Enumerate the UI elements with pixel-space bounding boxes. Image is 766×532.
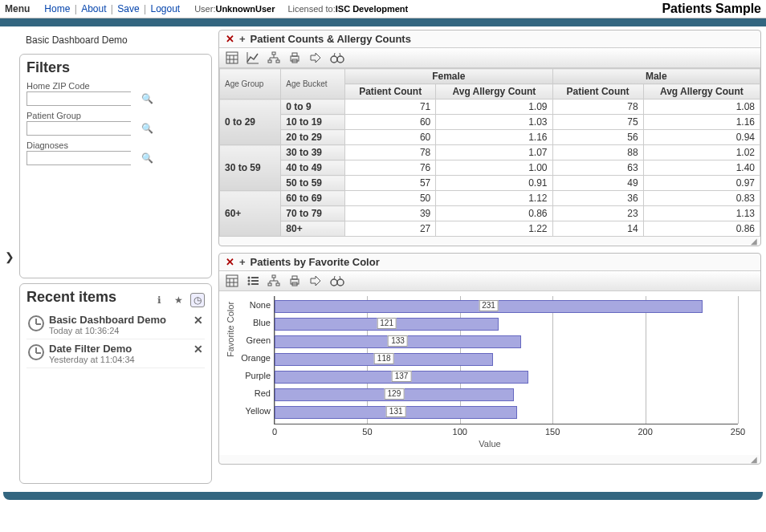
filter-input-wrap: 🔍: [26, 121, 131, 136]
export-icon[interactable]: [309, 274, 322, 287]
filter-input[interactable]: [27, 92, 141, 105]
pivot-table: Age GroupAge BucketFemaleMalePatient Cou…: [219, 68, 760, 237]
row-group-header[interactable]: 30 to 59: [220, 145, 281, 191]
filter-input[interactable]: [27, 152, 141, 164]
y-tick-label: Yellow: [230, 406, 271, 416]
widget-add-button[interactable]: +: [239, 33, 246, 45]
recent-items-title: Recent items: [26, 289, 147, 306]
widget-add-button[interactable]: +: [239, 256, 246, 268]
x-tick-label: 250: [726, 427, 750, 437]
remove-recent-button[interactable]: ✕: [194, 314, 203, 327]
table-row: 50 to 59570.91490.97: [220, 176, 760, 191]
print-icon[interactable]: [288, 51, 301, 64]
home-link[interactable]: Home: [44, 3, 70, 14]
svg-rect-40: [292, 276, 297, 279]
top-links: Home | About | Save | Logout: [43, 3, 181, 14]
column-header: Patient Count: [552, 84, 643, 99]
column-group-header: Female: [345, 69, 552, 84]
data-cell: 0.86: [436, 206, 552, 221]
gauge-icon: [28, 315, 44, 331]
about-link[interactable]: About: [81, 3, 106, 14]
data-cell: 57: [345, 176, 436, 191]
data-cell: 78: [345, 145, 436, 160]
svg-rect-32: [272, 275, 275, 278]
recent-item-title: Date Filter Demo: [49, 343, 135, 355]
filter-label: Diagnoses: [26, 140, 205, 150]
search-icon[interactable]: 🔍: [141, 152, 153, 164]
y-tick-label: Blue: [230, 318, 271, 327]
resize-handle[interactable]: ◢: [219, 455, 760, 464]
widget-close-button[interactable]: ✕: [226, 256, 234, 268]
x-tick-label: 200: [634, 427, 658, 437]
resize-handle[interactable]: ◢: [219, 237, 760, 246]
row-header[interactable]: 10 to 19: [281, 115, 345, 130]
row-header[interactable]: 60 to 69: [281, 191, 345, 206]
recent-item[interactable]: Basic Dashboard DemoToday at 10:36:24✕: [26, 311, 205, 339]
table-row: 60+60 to 69501.12360.83: [220, 191, 760, 206]
svg-rect-21: [226, 275, 238, 286]
chart-icon[interactable]: [247, 51, 259, 64]
table-row: 80+271.22140.86: [220, 221, 760, 237]
favorite-color-widget: ✕ + Patients by Favorite Color Favorite …: [218, 253, 761, 465]
column-header: Avg Allergy Count: [643, 84, 760, 99]
data-cell: 63: [552, 160, 643, 176]
row-header[interactable]: 0 to 9: [281, 99, 345, 115]
save-link[interactable]: Save: [117, 3, 139, 14]
row-header[interactable]: 40 to 49: [281, 160, 345, 176]
menu-dropdown[interactable]: Menu: [5, 3, 30, 14]
row-group-header[interactable]: 60+: [220, 191, 281, 237]
filter-input[interactable]: [27, 122, 141, 135]
remove-recent-button[interactable]: ✕: [194, 343, 203, 355]
logout-link[interactable]: Logout: [150, 3, 180, 14]
data-cell: 1.22: [436, 221, 552, 237]
export-icon[interactable]: [309, 51, 322, 64]
header-accent-bar: [0, 18, 766, 26]
svg-rect-34: [276, 283, 279, 286]
row-header[interactable]: 70 to 79: [281, 206, 345, 221]
widget-toolbar: [219, 47, 760, 68]
binoculars-icon[interactable]: [330, 274, 344, 287]
search-icon[interactable]: 🔍: [141, 123, 153, 134]
dashboard-breadcrumb: Basic Dashboard Demo: [19, 30, 212, 49]
history-icon[interactable]: ◷: [190, 293, 205, 307]
svg-point-27: [248, 280, 251, 282]
search-icon[interactable]: 🔍: [141, 93, 153, 104]
data-cell: 1.16: [643, 115, 760, 130]
widget-close-button[interactable]: ✕: [226, 33, 234, 45]
print-icon[interactable]: [288, 274, 301, 287]
data-cell: 0.94: [643, 130, 760, 145]
filter-label: Home ZIP Code: [26, 81, 205, 91]
data-cell: 71: [345, 99, 436, 115]
row-group-header[interactable]: 0 to 29: [220, 99, 281, 145]
row-header[interactable]: 20 to 29: [281, 130, 345, 145]
binoculars-icon[interactable]: [330, 51, 344, 64]
data-cell: 39: [345, 206, 436, 221]
row-header[interactable]: 80+: [281, 221, 345, 237]
sidebar-collapse-toggle[interactable]: ❯: [5, 250, 13, 263]
recent-item-title: Basic Dashboard Demo: [49, 314, 166, 326]
hierarchy-icon[interactable]: [267, 51, 280, 64]
user-label: User:UnknownUser: [194, 4, 275, 14]
calculator-icon[interactable]: [226, 51, 238, 64]
bar-value-label: 118: [374, 353, 394, 364]
filters-panel: Filters Home ZIP Code🔍Patient Group🔍Diag…: [19, 54, 212, 278]
bar-row: 231: [275, 298, 738, 315]
bar-row: 133: [275, 334, 738, 350]
data-cell: 76: [345, 160, 436, 176]
svg-point-42: [331, 279, 337, 286]
top-bar: Menu Home | About | Save | Logout User:U…: [0, 0, 766, 18]
x-tick-label: 100: [448, 427, 472, 437]
list-icon[interactable]: [247, 274, 259, 287]
row-header[interactable]: 50 to 59: [281, 176, 345, 191]
data-cell: 1.09: [436, 99, 552, 115]
svg-point-43: [337, 279, 344, 286]
recent-item[interactable]: Date Filter DemoYesterday at 11:04:34✕: [26, 339, 205, 368]
info-icon[interactable]: ℹ: [152, 293, 166, 307]
calculator-icon[interactable]: [226, 274, 238, 287]
data-cell: 0.97: [643, 176, 760, 191]
gridline: [738, 296, 739, 424]
favorite-icon[interactable]: ★: [171, 293, 185, 307]
data-cell: 0.86: [643, 221, 760, 237]
hierarchy-icon[interactable]: [267, 274, 280, 287]
row-header[interactable]: 30 to 39: [281, 145, 345, 160]
